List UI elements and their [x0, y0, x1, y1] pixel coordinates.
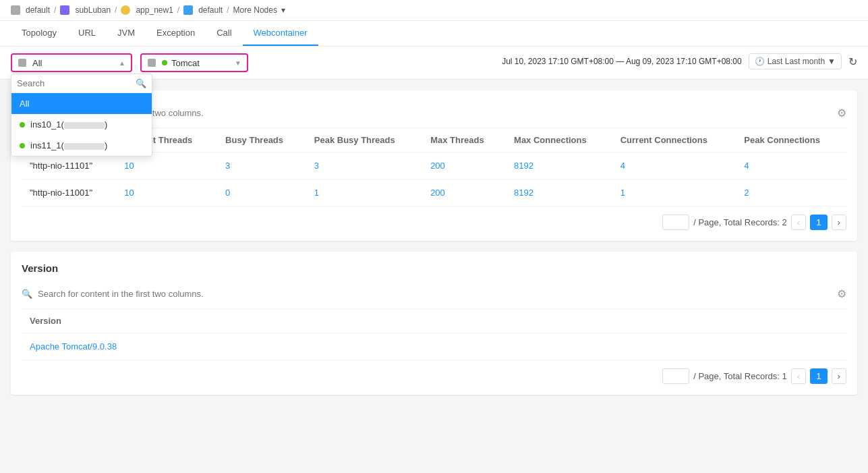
breadcrumb: default / subLuban / app_new1 / default …	[0, 0, 868, 21]
tab-exception[interactable]: Exception	[146, 21, 206, 46]
row1-max-connections[interactable]: 8192	[506, 152, 612, 179]
threads-pagination: 10 / Page, Total Records: 2 ‹ 1 ›	[22, 215, 846, 230]
version-page-1-button[interactable]: 1	[810, 368, 827, 384]
time-range-area: Jul 10, 2023 17:10 GMT+08:00 — Aug 09, 2…	[502, 53, 857, 69]
nav-tabs: Topology URL JVM Exception Call Webconta…	[0, 21, 868, 47]
bc-app-new1[interactable]: app_new1	[136, 5, 173, 15]
row2-busy-threads[interactable]: 0	[217, 179, 306, 206]
version-link[interactable]: Apache Tomcat/9.0.38	[30, 341, 117, 352]
version-table-header: Version	[22, 309, 846, 333]
version-page-size-input[interactable]: 10	[662, 368, 689, 384]
svg-rect-0	[18, 59, 26, 67]
time-picker-label: Last Last month	[768, 57, 825, 66]
row1-peak-busy[interactable]: 3	[306, 152, 422, 179]
row2-peak-connections[interactable]: 2	[736, 179, 846, 206]
table-row: Apache Tomcat/9.0.38	[22, 333, 846, 360]
dropdown-search-row: 🔍	[11, 74, 152, 93]
time-range-text: Jul 10, 2023 17:10 GMT+08:00 — Aug 09, 2…	[502, 57, 742, 66]
threads-settings-icon[interactable]: ⚙	[837, 107, 846, 119]
dropdown-item-ins11[interactable]: ins11_1()	[11, 135, 152, 156]
bc-default[interactable]: default	[26, 5, 50, 15]
row2-current-connections[interactable]: 1	[612, 179, 736, 206]
dropdown-item-ins10[interactable]: ins10_1()	[11, 114, 152, 135]
tab-call[interactable]: Call	[206, 21, 242, 46]
bc-subluban[interactable]: subLuban	[75, 5, 111, 15]
instance-dropdown-icon	[18, 57, 28, 68]
type-dropdown-icon	[147, 57, 158, 68]
tab-jvm[interactable]: JVM	[107, 21, 146, 46]
default-icon	[11, 5, 20, 15]
threads-page-1-button[interactable]: 1	[810, 215, 827, 230]
version-search-input[interactable]	[38, 289, 832, 299]
row2-current-threads[interactable]: 10	[116, 179, 217, 206]
col-max-threads: Max Threads	[422, 128, 506, 152]
version-search-icon: 🔍	[22, 289, 32, 299]
instance-dropdown-wrapper: All ▲ 🔍 All ins10_1() ins11_1()	[11, 53, 132, 72]
dropdown-item-all[interactable]: All	[11, 93, 152, 114]
tab-topology[interactable]: Topology	[11, 21, 67, 46]
version-prev-button[interactable]: ‹	[791, 368, 806, 384]
time-picker[interactable]: 🕐 Last Last month ▼	[749, 53, 842, 69]
row2-name: "http-nio-11001"	[22, 179, 116, 206]
version-next-button[interactable]: ›	[832, 368, 846, 384]
instance-dropdown[interactable]: All ▲	[11, 53, 132, 72]
row1-current-connections[interactable]: 4	[612, 152, 736, 179]
version-table: Version Apache Tomcat/9.0.38	[22, 309, 846, 360]
threads-total-label: / Page, Total Records: 2	[693, 217, 787, 227]
more-nodes-arrow: ▾	[281, 5, 285, 15]
type-dropdown-label: Tomcat	[171, 58, 231, 68]
version-search-row: 🔍 ⚙	[22, 282, 846, 309]
dot-ins11	[20, 143, 25, 148]
row2-max-connections[interactable]: 8192	[506, 179, 612, 206]
col-peak-busy: Peak Busy Threads	[306, 128, 422, 152]
time-picker-arrow: ▼	[828, 57, 836, 66]
app-icon	[121, 5, 130, 15]
threads-prev-button[interactable]: ‹	[791, 215, 806, 230]
dropdown-search-input[interactable]	[17, 78, 136, 88]
version-total-label: / Page, Total Records: 1	[693, 371, 787, 381]
tab-webcontainer[interactable]: Webcontainer	[243, 21, 318, 46]
toolbar: All ▲ 🔍 All ins10_1() ins11_1()	[0, 47, 868, 80]
node-icon	[183, 5, 193, 15]
row1-busy-threads[interactable]: 3	[217, 152, 306, 179]
version-section-title: Version	[22, 262, 846, 274]
version-settings-icon[interactable]: ⚙	[837, 287, 846, 300]
row2-max-threads[interactable]: 200	[422, 179, 506, 206]
instance-dropdown-label: All	[32, 58, 115, 68]
tab-url[interactable]: URL	[67, 21, 107, 46]
row1-peak-connections[interactable]: 4	[736, 152, 846, 179]
type-dropdown[interactable]: Tomcat ▼	[140, 53, 248, 72]
svg-rect-1	[148, 59, 156, 67]
col-busy-threads: Busy Threads	[217, 128, 306, 152]
col-current-connections: Current Connections	[612, 128, 736, 152]
clock-icon: 🕐	[755, 57, 765, 66]
row1-max-threads[interactable]: 200	[422, 152, 506, 179]
tomcat-dot	[162, 60, 167, 65]
bc-more-nodes[interactable]: More Nodes	[233, 5, 277, 15]
instance-dropdown-arrow: ▲	[119, 59, 125, 67]
type-dropdown-arrow: ▼	[235, 59, 241, 67]
bc-node-default[interactable]: default	[198, 5, 223, 15]
threads-next-button[interactable]: ›	[832, 215, 846, 230]
threads-page-size-input[interactable]: 10	[662, 215, 689, 230]
col-max-connections: Max Connections	[506, 128, 612, 152]
sub-icon	[60, 5, 69, 15]
row2-peak-busy[interactable]: 1	[306, 179, 422, 206]
version-pagination: 10 / Page, Total Records: 1 ‹ 1 ›	[22, 368, 846, 384]
refresh-button[interactable]: ↻	[848, 55, 857, 68]
version-cell: Apache Tomcat/9.0.38	[22, 333, 846, 360]
search-icon: 🔍	[136, 78, 146, 88]
col-peak-connections: Peak Connections	[736, 128, 846, 152]
dot-ins10	[20, 122, 25, 128]
instance-dropdown-panel: 🔍 All ins10_1() ins11_1()	[11, 74, 152, 157]
table-row: "http-nio-11001" 10 0 1 200 8192 1 2	[22, 179, 846, 206]
col-version: Version	[22, 309, 846, 333]
threads-search-input[interactable]	[38, 108, 832, 118]
version-section: Version 🔍 ⚙ Version Apache Tomcat/9.0.38	[11, 252, 857, 395]
